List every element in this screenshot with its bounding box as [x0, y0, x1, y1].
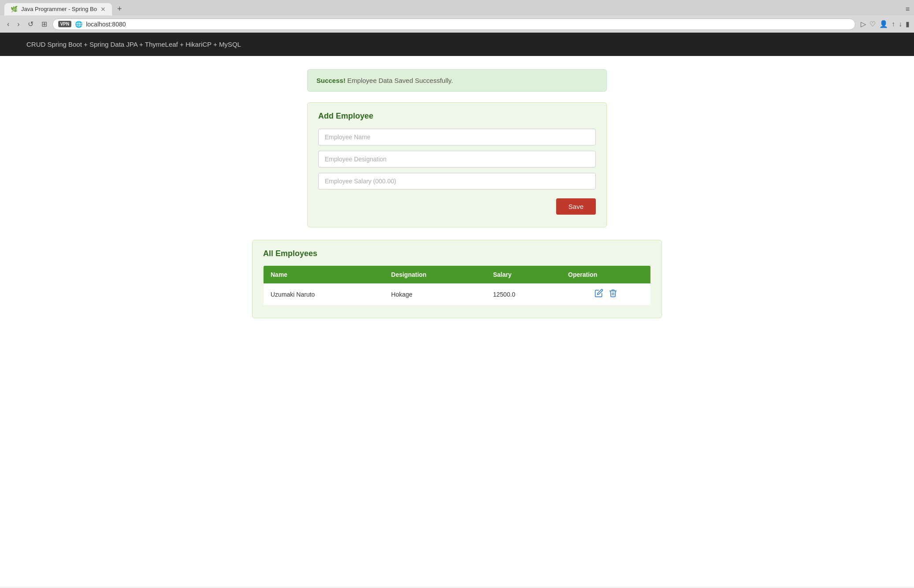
alert-strong-text: Success! [316, 77, 346, 84]
nav-bar: ‹ › ↺ ⊞ VPN 🌐 localhost:8080 ▷ ♡ 👤 ↑ ↓ ▮ [0, 15, 914, 33]
share-icon-button[interactable]: ▷ [861, 20, 866, 28]
cell-operation [561, 283, 650, 305]
add-employee-form-card: Add Employee Save [307, 102, 607, 227]
employee-designation-input[interactable] [318, 151, 596, 167]
active-tab[interactable]: 🌿 Java Programmer - Spring Bo ✕ [4, 3, 112, 15]
cell-name: Uzumaki Naruto [264, 283, 384, 305]
cell-salary: 12500.0 [486, 283, 561, 305]
employee-salary-input[interactable] [318, 173, 596, 190]
grid-button[interactable]: ⊞ [39, 18, 50, 30]
employee-name-input[interactable] [318, 129, 596, 145]
form-card-title: Add Employee [318, 112, 596, 121]
tab-close-button[interactable]: ✕ [100, 6, 106, 13]
cell-designation: Hokage [384, 283, 486, 305]
browser-chrome: 🌿 Java Programmer - Spring Bo ✕ + ≡ ‹ › … [0, 0, 914, 33]
table-row: Uzumaki Naruto Hokage 12500.0 [264, 283, 651, 305]
address-bar[interactable]: VPN 🌐 localhost:8080 [52, 19, 855, 30]
employees-table: Name Designation Salary Operation Uzumak… [263, 265, 651, 305]
address-text: localhost:8080 [86, 21, 850, 28]
alert-message-text: Employee Data Saved Successfully. [346, 77, 453, 84]
app-header-title: CRUD Spring Boot + Spring Data JPA + Thy… [26, 41, 241, 48]
person-icon-button[interactable]: 👤 [879, 20, 888, 28]
app-header: CRUD Spring Boot + Spring Data JPA + Thy… [0, 33, 914, 56]
col-operation-header: Operation [561, 266, 650, 284]
vpn-badge: VPN [58, 21, 72, 27]
delete-button[interactable] [609, 289, 617, 300]
page-content: Success! Employee Data Saved Successfull… [0, 56, 914, 587]
tab-title: Java Programmer - Spring Bo [21, 6, 97, 12]
back-button[interactable]: ‹ [4, 19, 12, 30]
table-card-title: All Employees [263, 249, 651, 258]
nav-right-actions: ▷ ♡ 👤 ↑ ↓ ▮ [861, 20, 910, 28]
reload-button[interactable]: ↺ [25, 18, 36, 30]
heart-icon-button[interactable]: ♡ [869, 20, 876, 28]
col-salary-header: Salary [486, 266, 561, 284]
success-alert: Success! Employee Data Saved Successfull… [307, 69, 607, 92]
col-name-header: Name [264, 266, 384, 284]
new-tab-button[interactable]: + [114, 3, 126, 15]
save-button[interactable]: Save [556, 198, 596, 215]
globe-icon: 🌐 [75, 21, 82, 28]
col-designation-header: Designation [384, 266, 486, 284]
tab-bar: 🌿 Java Programmer - Spring Bo ✕ + ≡ [0, 0, 914, 15]
table-header-row: Name Designation Salary Operation [264, 266, 651, 284]
forward-button[interactable]: › [15, 19, 22, 30]
battery-icon-button: ▮ [906, 20, 910, 28]
download-icon-button[interactable]: ↓ [899, 20, 902, 28]
edit-button[interactable] [594, 289, 603, 300]
tab-favicon: 🌿 [11, 6, 18, 13]
tab-extras-icon[interactable]: ≡ [906, 5, 910, 13]
upload-icon-button[interactable]: ↑ [892, 20, 895, 28]
all-employees-card: All Employees Name Designation Salary Op… [252, 240, 662, 318]
